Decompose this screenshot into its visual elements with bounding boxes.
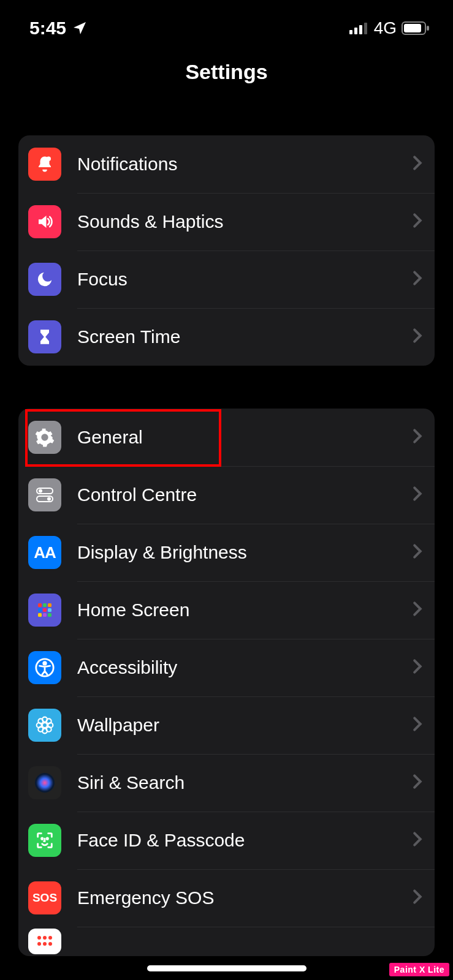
chevron-right-icon — [413, 328, 422, 346]
cellular-signal-icon — [349, 22, 369, 34]
row-label: Sounds & Haptics — [77, 211, 413, 232]
svg-point-11 — [47, 497, 51, 501]
home-indicator[interactable] — [147, 965, 306, 971]
app-icon — [28, 929, 61, 954]
svg-point-22 — [44, 662, 47, 665]
svg-rect-1 — [354, 28, 357, 34]
svg-rect-20 — [48, 613, 51, 617]
svg-rect-13 — [43, 603, 47, 607]
settings-row-accessibility[interactable]: Accessibility — [18, 639, 435, 696]
chevron-right-icon — [413, 428, 422, 447]
faceid-icon — [28, 824, 61, 857]
chevron-right-icon — [413, 658, 422, 677]
sos-icon: SOS — [28, 881, 61, 914]
row-label: Accessibility — [77, 657, 413, 678]
chevron-right-icon — [413, 716, 422, 734]
settings-row-siri[interactable]: Siri & Search — [18, 754, 435, 812]
grid-icon — [28, 594, 61, 627]
svg-point-38 — [37, 942, 41, 946]
settings-row-partial[interactable] — [18, 927, 435, 956]
status-time: 5:45 — [29, 18, 66, 39]
svg-rect-6 — [427, 26, 429, 31]
status-bar: 5:45 4G — [0, 0, 453, 43]
chevron-right-icon — [413, 774, 422, 792]
toggles-icon — [28, 478, 61, 511]
svg-rect-16 — [43, 608, 47, 612]
accessibility-icon — [28, 651, 61, 684]
svg-rect-3 — [364, 23, 367, 34]
row-label: Home Screen — [77, 600, 413, 620]
svg-point-37 — [48, 936, 52, 940]
svg-point-7 — [47, 157, 51, 162]
svg-point-23 — [42, 723, 47, 728]
svg-rect-12 — [38, 603, 42, 607]
status-right: 4G — [349, 18, 430, 38]
chevron-right-icon — [413, 213, 422, 231]
settings-row-notifications[interactable]: Notifications — [18, 135, 435, 193]
row-label: Display & Brightness — [77, 542, 413, 563]
row-label: Emergency SOS — [77, 888, 413, 908]
moon-icon — [28, 263, 61, 296]
flower-icon — [28, 709, 61, 742]
network-label: 4G — [374, 18, 397, 38]
row-label: Siri & Search — [77, 772, 413, 793]
hourglass-icon — [28, 320, 61, 353]
chevron-right-icon — [413, 601, 422, 619]
aa-icon: AA — [28, 536, 61, 569]
svg-point-33 — [42, 838, 43, 839]
settings-row-controlcentre[interactable]: Control Centre — [18, 466, 435, 524]
row-label: Face ID & Passcode — [77, 830, 413, 851]
battery-icon — [402, 21, 430, 35]
settings-row-homescreen[interactable]: Home Screen — [18, 581, 435, 639]
settings-row-faceid[interactable]: Face ID & Passcode — [18, 812, 435, 869]
page-title: Settings — [0, 60, 453, 84]
svg-rect-14 — [48, 603, 51, 607]
watermark: Paint X Lite — [389, 963, 449, 976]
chevron-right-icon — [413, 543, 422, 562]
chevron-right-icon — [413, 889, 422, 907]
chevron-right-icon — [413, 270, 422, 288]
settings-row-general[interactable]: General — [18, 409, 435, 466]
siri-icon — [28, 766, 61, 799]
settings-row-wallpaper[interactable]: Wallpaper — [18, 696, 435, 754]
svg-point-39 — [43, 942, 47, 946]
row-label: Focus — [77, 269, 413, 290]
svg-rect-19 — [43, 613, 47, 617]
settings-section: General Control Centre AA Display & Brig… — [18, 409, 435, 956]
settings-row-focus[interactable]: Focus — [18, 251, 435, 308]
speaker-icon — [28, 205, 61, 238]
chevron-right-icon — [413, 831, 422, 850]
gear-icon — [28, 421, 61, 454]
chevron-right-icon — [413, 155, 422, 173]
svg-rect-0 — [349, 30, 352, 34]
settings-row-emergencysos[interactable]: SOS Emergency SOS — [18, 869, 435, 927]
row-label: Notifications — [77, 154, 413, 175]
settings-section: Notifications Sounds & Haptics Focus Scr… — [18, 135, 435, 366]
svg-rect-15 — [38, 608, 42, 612]
chevron-right-icon — [413, 486, 422, 504]
location-icon — [72, 21, 87, 36]
row-label: Screen Time — [77, 326, 413, 347]
header: Settings — [0, 43, 453, 105]
row-label: Wallpaper — [77, 715, 413, 736]
svg-rect-2 — [359, 25, 362, 34]
svg-point-40 — [48, 942, 52, 946]
settings-content: Notifications Sounds & Haptics Focus Scr… — [0, 135, 453, 956]
bell-icon — [28, 148, 61, 181]
svg-rect-5 — [404, 24, 421, 32]
svg-point-36 — [43, 936, 47, 940]
row-label: General — [77, 427, 413, 448]
svg-rect-18 — [38, 613, 42, 617]
row-label: Control Centre — [77, 484, 413, 505]
settings-row-screentime[interactable]: Screen Time — [18, 308, 435, 366]
status-left: 5:45 — [29, 18, 87, 39]
settings-row-sounds[interactable]: Sounds & Haptics — [18, 193, 435, 251]
svg-point-32 — [35, 773, 55, 793]
settings-row-display[interactable]: AA Display & Brightness — [18, 524, 435, 581]
svg-point-34 — [47, 838, 48, 839]
svg-point-9 — [39, 489, 42, 493]
svg-point-35 — [37, 936, 41, 940]
svg-rect-17 — [48, 608, 51, 612]
